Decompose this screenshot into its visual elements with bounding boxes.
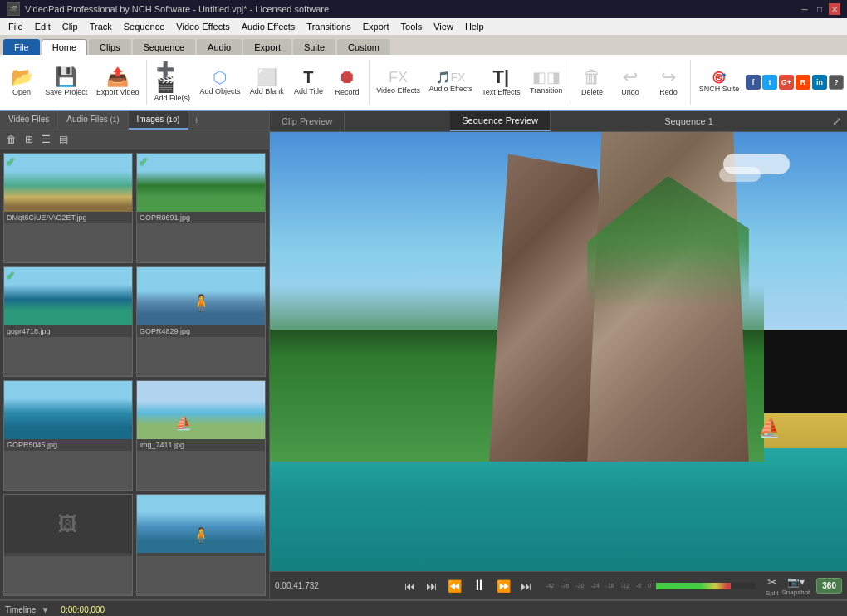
add-files-button[interactable]: ➕🎬 Add File(s) [150, 56, 194, 108]
play-forward-button[interactable]: ⏩ [493, 578, 514, 594]
menu-file[interactable]: File [3, 20, 28, 33]
list-item[interactable]: ✓ GOPR0691.jpg [136, 153, 266, 263]
undo-button[interactable]: ↩ Undo [612, 56, 649, 108]
record-button[interactable]: ⏺ Record [329, 56, 365, 108]
tab-images[interactable]: Images (10) [129, 111, 189, 130]
list-item[interactable]: 🧍 [136, 494, 266, 596]
preview-panel: Clip Preview Sequence Preview Sequence 1… [270, 111, 847, 599]
nch-suite-label: SNCH Suite [699, 85, 740, 93]
media-thumbnail: ✓ [4, 154, 132, 212]
media-details-icon[interactable]: ▤ [56, 132, 71, 147]
tab-custom[interactable]: Custom [337, 39, 390, 55]
media-filename: gopr4718.jpg [4, 325, 132, 337]
tab-clip-preview[interactable]: Clip Preview [270, 112, 345, 130]
tab-file[interactable]: File [3, 39, 40, 55]
text-effects-button[interactable]: T| Text Effects [478, 56, 525, 108]
nch-suite-button[interactable]: 🎯 SNCH Suite [694, 56, 744, 108]
save-label: Save Project [45, 88, 87, 96]
maximize-button[interactable]: □ [814, 3, 825, 15]
audio-effects-icon: 🎵FX [436, 71, 465, 83]
add-title-icon: T [303, 69, 313, 86]
redo-button[interactable]: ↪ Redo [650, 56, 687, 108]
sep-2 [369, 60, 370, 105]
go-to-start-button[interactable]: ⏮ [401, 578, 419, 594]
add-media-tab[interactable]: + [188, 111, 204, 130]
menu-track[interactable]: Track [85, 20, 117, 33]
preview-controls: 0:00:41.732 ⏮ ⏭ ⏪ ⏸ ⏩ ⏭ -42-36-30-24-18-… [270, 571, 847, 599]
menu-view[interactable]: View [428, 20, 458, 33]
tab-sequence-preview[interactable]: Sequence Preview [450, 111, 551, 131]
help-icon[interactable]: ? [829, 75, 844, 90]
undo-icon: ↩ [623, 68, 638, 86]
ribbon-tabs: File Home Clips Sequence Audio Export Su… [0, 35, 847, 55]
minimize-button[interactable]: ─ [799, 3, 810, 15]
tab-home[interactable]: Home [42, 39, 87, 55]
media-list-view-icon[interactable]: ☰ [38, 132, 54, 147]
media-thumb-view-icon[interactable]: ⊞ [22, 132, 37, 147]
delete-button[interactable]: 🗑 Delete [574, 56, 610, 108]
prev-frame-button[interactable]: ⏭ [423, 578, 441, 594]
rss-icon[interactable]: R [796, 75, 810, 90]
audio-effects-button[interactable]: 🎵FX Audio Effects [425, 56, 476, 108]
menu-audio-effects[interactable]: Audio Effects [237, 20, 301, 33]
media-filename: img_7411.jpg [137, 439, 265, 451]
list-item[interactable]: GOPR5045.jpg [3, 380, 133, 491]
save-icon: 💾 [55, 68, 77, 86]
add-objects-button[interactable]: ⬡ Add Objects [196, 56, 244, 108]
open-button[interactable]: 📂 Open [3, 56, 40, 108]
list-item[interactable]: ⛵ img_7411.jpg [136, 380, 266, 491]
timestamp-display: 0:00:41.732 [275, 581, 333, 590]
add-title-button[interactable]: T Add Title [290, 56, 327, 108]
menu-clip[interactable]: Clip [57, 20, 83, 33]
menu-transitions[interactable]: Transitions [301, 20, 355, 33]
add-blank-button[interactable]: ⬜ Add Blank [246, 56, 288, 108]
tab-clips[interactable]: Clips [89, 39, 130, 55]
facebook-icon[interactable]: f [746, 75, 761, 90]
tab-audio[interactable]: Audio [197, 39, 242, 55]
tab-audio-files[interactable]: Audio Files (1) [58, 111, 128, 130]
transition-button[interactable]: ◧◨ Transition [526, 56, 566, 108]
linkedin-icon[interactable]: in [812, 75, 827, 90]
export-video-button[interactable]: 📤 Export Video [93, 56, 143, 108]
main-area: Video Files Audio Files (1) Images (10) … [0, 111, 847, 599]
menu-help[interactable]: Help [460, 20, 489, 33]
google-icon[interactable]: G+ [779, 75, 794, 90]
360-button[interactable]: 360 [816, 578, 842, 594]
twitter-icon[interactable]: t [762, 75, 777, 90]
menu-export[interactable]: Export [358, 20, 394, 33]
window-controls[interactable]: ─ □ ✕ [799, 3, 840, 15]
record-label: Record [335, 88, 360, 96]
media-thumbnail: 🧍 [137, 267, 265, 325]
pause-button[interactable]: ⏸ [468, 575, 490, 596]
video-effects-button[interactable]: FX Video Effects [373, 56, 424, 108]
tab-export[interactable]: Export [243, 39, 291, 55]
go-to-end-button[interactable]: ⏭ [517, 578, 536, 594]
close-button[interactable]: ✕ [829, 3, 840, 15]
export-label: Export Video [96, 88, 139, 96]
tab-video-files[interactable]: Video Files [0, 111, 58, 130]
expand-preview-icon[interactable]: ⤢ [827, 115, 847, 128]
open-icon: 📂 [11, 68, 33, 86]
menu-edit[interactable]: Edit [30, 20, 56, 33]
menu-video-effects[interactable]: Video Effects [171, 20, 234, 33]
media-filename: DMqt6CiUEAAO2ET.jpg [4, 212, 132, 223]
rewind-button[interactable]: ⏪ [444, 578, 465, 594]
tab-sequence[interactable]: Sequence [133, 39, 196, 55]
list-item[interactable]: ✓ DMqt6CiUEAAO2ET.jpg [3, 153, 133, 263]
menu-tools[interactable]: Tools [396, 20, 428, 33]
menu-sequence[interactable]: Sequence [119, 20, 170, 33]
save-project-button[interactable]: 💾 Save Project [42, 56, 91, 108]
list-item[interactable]: ✓ gopr4718.jpg [3, 266, 133, 377]
dropdown-icon[interactable]: ▼ [41, 605, 49, 614]
media-delete-icon[interactable]: 🗑 [3, 132, 20, 147]
check-badge: ✓ [6, 155, 16, 169]
media-panel: Video Files Audio Files (1) Images (10) … [0, 111, 270, 599]
media-filename [137, 553, 265, 556]
list-item[interactable]: 🖼 [3, 494, 133, 596]
media-thumbnail: ✓ [137, 154, 265, 212]
media-thumbnail: 🧍 [137, 495, 265, 553]
list-item[interactable]: 🧍 GOPR4829.jpg [136, 266, 266, 377]
sep-3 [570, 60, 570, 105]
add-objects-icon: ⬡ [213, 69, 227, 86]
tab-suite[interactable]: Suite [293, 39, 335, 55]
